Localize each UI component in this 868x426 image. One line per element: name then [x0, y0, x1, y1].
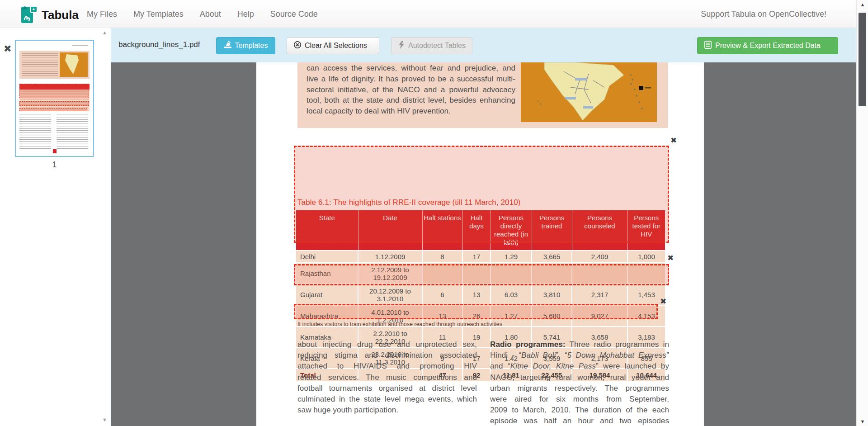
text-line: related services. The music competitions… — [297, 372, 477, 383]
pdf-viewer: can access the services, without fear an… — [111, 62, 856, 426]
text-line: sectoral initiative, of the NACO and a p… — [307, 85, 515, 95]
text-line: urban migrants respectively. The program… — [490, 383, 669, 394]
selection-3-close-icon[interactable]: ✖ — [658, 297, 668, 307]
text-line: can access the services, without fear an… — [307, 63, 515, 74]
table-selection-1[interactable] — [294, 146, 669, 243]
sidebar-scroll-up-arrow[interactable]: ▲ — [102, 30, 107, 35]
table-cell: 1.12.2009 — [358, 251, 422, 263]
tabula-logo-icon — [20, 4, 38, 26]
text-line: tool, both at the state and district lev… — [307, 95, 515, 106]
text-segment: Kitne Door, Kitne Pass — [510, 362, 596, 370]
brand-title: Tabula — [42, 8, 79, 22]
thumb-selection — [19, 101, 89, 106]
body-text-left-column: about injecting drug use and unprotected… — [297, 339, 477, 416]
text-segment: 2009 to March, 2010. The duration of the… — [490, 406, 669, 414]
page-scrollbar[interactable]: ▲ ▼ — [856, 0, 868, 426]
thumb-map-land — [65, 54, 79, 74]
text-segment: episode was half an hour and two episode… — [490, 417, 669, 425]
clear-all-selections-button[interactable]: Clear All Selections — [287, 37, 379, 54]
preview-export-button[interactable]: Preview & Export Extracted Data — [697, 37, 838, 54]
table-cell: 6 — [422, 284, 462, 305]
table-footnote: It includes visitors to train exhibition… — [297, 321, 502, 327]
thumb-text-column — [19, 114, 51, 149]
text-line: about injecting drug use and unprotected… — [297, 339, 477, 350]
scroll-down-arrow[interactable]: ▼ — [857, 419, 868, 424]
clear-selections-icon — [293, 41, 302, 51]
table-cell: Gujarat — [296, 284, 358, 305]
nav-item-my-files[interactable]: My Files — [87, 9, 117, 19]
brand[interactable]: Tabula — [20, 4, 79, 26]
autodetect-tables-label: Autodetect Tables — [408, 42, 466, 50]
text-segment: ” — [666, 351, 669, 360]
table-cell: 3,665 — [532, 251, 572, 263]
intro-paragraph: can access the services, without fear an… — [307, 63, 515, 117]
toolbar: background_lines_1.pdf Templates Clear A… — [111, 28, 856, 62]
text-segment: 5 Down Mohabbat Express — [567, 351, 666, 360]
table-selection-3[interactable] — [294, 304, 658, 319]
pdf-page[interactable]: can access the services, without fear an… — [256, 62, 704, 426]
thumb-header-line — [72, 45, 88, 46]
text-line: saw huge youth participation. — [297, 405, 477, 416]
text-segment: NACO, targeting rural women, rural youth… — [490, 373, 669, 382]
text-segment: ”, “ — [556, 351, 567, 360]
nav-menu: My Files My Templates About Help Source … — [87, 0, 318, 28]
text-line: local capacity to deal with HIV preventi… — [307, 106, 515, 117]
table-cell: 2,409 — [572, 251, 627, 263]
sidebar-scroll-down-arrow[interactable]: ▼ — [102, 417, 107, 422]
table-cell: 1,000 — [627, 251, 665, 263]
text-segment: ” were launched by — [596, 362, 669, 370]
scrollbar-thumb[interactable] — [859, 13, 866, 106]
text-segment: Babli Boli — [521, 351, 556, 360]
text-line: 2009 to March, 2010. The duration of the… — [490, 405, 669, 416]
table-cell: 13 — [462, 284, 491, 305]
table-cell: 3,810 — [532, 284, 572, 305]
table-selection-2[interactable] — [294, 264, 669, 285]
nav-item-about[interactable]: About — [200, 9, 221, 19]
text-line: culminated in the state level mega event… — [297, 394, 477, 405]
thumb-table — [19, 84, 90, 111]
thumbnail-page-number: 1 — [15, 160, 94, 170]
thumb-text-lines — [22, 53, 58, 76]
text-segment: Hindi - “ — [490, 351, 521, 360]
nav-item-source-code[interactable]: Source Code — [270, 9, 318, 19]
text-segment: Radio programmes: — [490, 340, 566, 349]
text-segment: urban migrants respectively. The program… — [490, 384, 669, 393]
table-row: Delhi1.12.20098171.293,6652,4091,000 — [296, 251, 665, 263]
clear-selections-label: Clear All Selections — [305, 42, 367, 50]
selection-2-close-icon[interactable]: ✖ — [665, 253, 675, 263]
india-map — [521, 62, 657, 122]
table-row: Gujarat20.12.2009 to 3.1.20106136.033,81… — [296, 284, 665, 305]
thumb-selection — [19, 108, 87, 111]
lightning-bolt-icon — [398, 41, 405, 51]
table-cell: 8 — [422, 251, 462, 263]
nav-item-help[interactable]: Help — [237, 9, 254, 19]
scroll-up-arrow[interactable]: ▲ — [857, 2, 868, 7]
close-file-icon[interactable]: ✖ — [4, 43, 12, 54]
navbar: Tabula My Files My Templates About Help … — [0, 0, 868, 28]
table-cell: 1.29 — [491, 251, 532, 263]
text-line: attached to HIV/AIDS and promoting HIV — [297, 361, 477, 372]
text-line: NACO, targeting rural women, rural youth… — [490, 372, 669, 383]
text-line: football tournaments organised at distri… — [297, 383, 477, 394]
autodetect-tables-button[interactable]: Autodetect Tables — [391, 37, 472, 54]
table-cell: Delhi — [296, 251, 358, 263]
thumb-pink-block — [19, 51, 90, 79]
thumb-text-column — [57, 114, 88, 149]
table-cell: 20.12.2009 to 3.1.2010 — [358, 284, 422, 305]
text-line: Radio programmes: Three radio programmes… — [490, 339, 669, 350]
nav-item-my-templates[interactable]: My Templates — [133, 9, 184, 19]
body-text-right-column: Radio programmes: Three radio programmes… — [490, 339, 669, 426]
page-thumbnail[interactable] — [15, 40, 94, 157]
thumb-map — [60, 52, 88, 77]
selection-1-close-icon[interactable]: ✖ — [669, 136, 679, 146]
text-segment: Three radio programmes in — [566, 340, 669, 349]
intro-text-block: can access the services, without fear an… — [297, 62, 668, 128]
text-segment: were aired for six months from September… — [490, 395, 669, 403]
document-filename: background_lines_1.pdf — [118, 40, 200, 49]
text-segment: and “ — [490, 362, 510, 370]
thumb-page-badge — [53, 149, 57, 153]
preview-export-label: Preview & Export Extracted Data — [715, 42, 821, 50]
templates-button[interactable]: Templates — [216, 37, 275, 54]
support-link[interactable]: Support Tabula on OpenCollective! — [701, 9, 826, 19]
thumb-selection — [19, 84, 89, 98]
